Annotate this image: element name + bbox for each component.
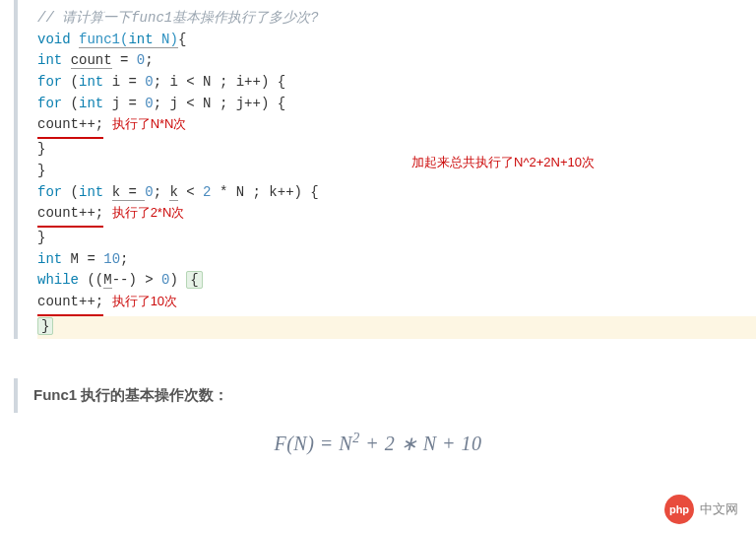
annotation-sum: 加起来总共执行了N^2+2N+10次 <box>411 153 595 172</box>
count-stmt: count++; <box>37 203 103 228</box>
var-count: count <box>71 52 112 69</box>
fn-name: func1(int N) <box>79 32 178 48</box>
kw-int: int <box>37 52 62 68</box>
brace: } <box>37 163 45 178</box>
kw-void: void <box>37 32 71 47</box>
formula: F(N) = N2 + 2 ∗ N + 10 <box>0 431 756 455</box>
code-block: // 请计算一下func1基本操作执行了多少次? void func1(int … <box>14 0 756 339</box>
code-comment: // 请计算一下func1基本操作执行了多少次? <box>37 10 319 26</box>
kw-int: int <box>37 251 62 267</box>
kw-while: while <box>37 272 79 288</box>
brace-highlight: { <box>186 271 202 289</box>
count-stmt: count++; <box>37 114 103 139</box>
brace-highlight: } <box>37 317 53 335</box>
annotation-nn: 执行了N*N次 <box>112 116 187 131</box>
watermark-logo: php <box>664 495 694 524</box>
kw-for: for <box>37 184 62 200</box>
kw-for: for <box>37 96 62 111</box>
brace: } <box>37 230 45 245</box>
watermark: php 中文网 <box>664 495 738 524</box>
annotation-2n: 执行了2*N次 <box>112 205 185 220</box>
summary-title: Func1 执行的基本操作次数： <box>14 378 756 413</box>
watermark-text: 中文网 <box>700 501 738 518</box>
brace: } <box>37 141 45 157</box>
kw-for: for <box>37 74 62 90</box>
count-stmt: count++; <box>37 292 103 316</box>
annotation-10: 执行了10次 <box>112 294 177 308</box>
